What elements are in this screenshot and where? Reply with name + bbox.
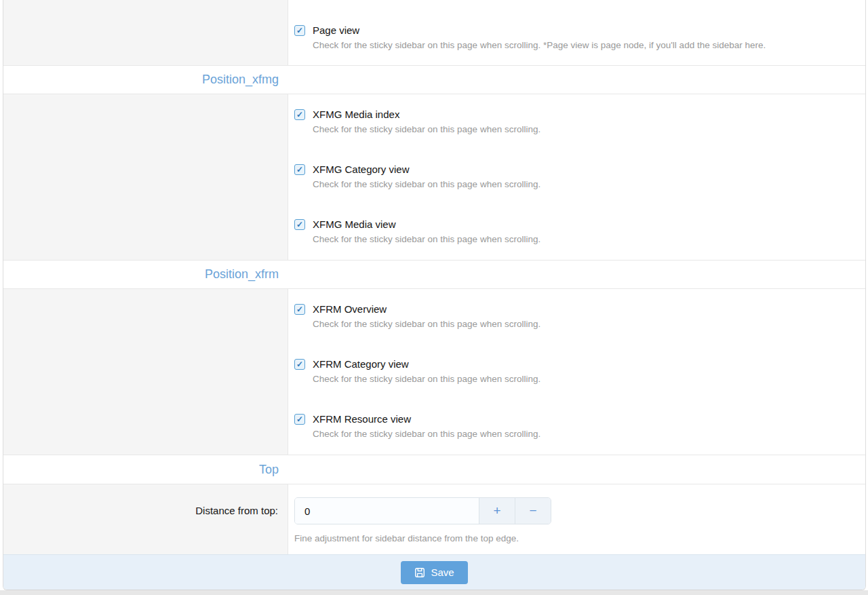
section-header-label: Position_xfrm: [3, 267, 288, 282]
check-icon: ✓: [296, 165, 303, 174]
number-input-group: + −: [294, 497, 551, 524]
options-form: ✓ Page view Check for the sticky sidebar…: [3, 0, 866, 590]
option-description: Check for the sticky sidebar on this pag…: [313, 233, 540, 246]
option-description: Check for the sticky sidebar on this pag…: [313, 318, 540, 330]
content-cell: + − Fine adjustment for sidebar distance…: [288, 484, 865, 554]
content-cell: ✓ Page view Check for the sticky sidebar…: [288, 0, 865, 65]
option-description: Check for the sticky sidebar on this pag…: [313, 39, 766, 52]
checkbox-xfrm-resource-view[interactable]: ✓: [294, 414, 305, 425]
check-icon: ✓: [296, 110, 303, 119]
decrement-button[interactable]: −: [515, 498, 551, 524]
form-row-distance-from-top: Distance from top: + − Fine adjustment f…: [3, 484, 865, 554]
form-row-page-view: ✓ Page view Check for the sticky sidebar…: [3, 0, 865, 65]
checkbox-option-xfrm-overview: ✓ XFRM Overview Check for the sticky sid…: [294, 303, 852, 330]
page-background-strip: [0, 590, 868, 595]
checkbox-xfrm-category-view[interactable]: ✓: [294, 359, 305, 370]
section-header-top: Top: [3, 455, 865, 484]
option-description: Check for the sticky sidebar on this pag…: [313, 373, 540, 385]
option-label[interactable]: XFMG Media index: [313, 108, 540, 121]
check-icon: ✓: [296, 360, 303, 369]
form-row-xfmg: ✓ XFMG Media index Check for the sticky …: [3, 94, 865, 260]
label-cell-empty: [3, 94, 288, 260]
check-icon: ✓: [296, 220, 303, 229]
check-icon: ✓: [296, 415, 303, 424]
distance-from-top-label: Distance from top:: [3, 484, 288, 554]
checkbox-xfrm-overview[interactable]: ✓: [294, 304, 305, 315]
checkbox-option-page-view: ✓ Page view Check for the sticky sidebar…: [294, 24, 852, 52]
content-cell: ✓ XFRM Overview Check for the sticky sid…: [288, 289, 865, 455]
option-description: Check for the sticky sidebar on this pag…: [313, 428, 540, 440]
check-icon: ✓: [296, 26, 303, 35]
section-header-label: Position_xfmg: [3, 73, 288, 87]
checkbox-xfmg-media-view[interactable]: ✓: [294, 219, 305, 230]
option-label[interactable]: XFRM Resource view: [313, 412, 540, 426]
save-button-label: Save: [431, 567, 454, 578]
checkbox-xfmg-category-view[interactable]: ✓: [294, 164, 305, 175]
content-cell: ✓ XFMG Media index Check for the sticky …: [288, 94, 865, 260]
checkbox-option-xfmg-media-view: ✓ XFMG Media view Check for the sticky s…: [294, 218, 852, 246]
section-header-label: Top: [3, 463, 288, 477]
option-description: Check for the sticky sidebar on this pag…: [313, 123, 540, 136]
save-button[interactable]: Save: [401, 561, 467, 584]
option-label[interactable]: XFRM Overview: [313, 303, 540, 316]
option-label[interactable]: XFMG Category view: [313, 163, 540, 176]
save-floppy-icon: [414, 567, 425, 578]
increment-button[interactable]: +: [479, 498, 515, 524]
form-footer: Save: [3, 554, 865, 590]
section-header-position-xfmg: Position_xfmg: [3, 65, 865, 94]
option-description: Check for the sticky sidebar on this pag…: [313, 178, 540, 191]
form-row-xfrm: ✓ XFRM Overview Check for the sticky sid…: [3, 288, 865, 455]
distance-from-top-input[interactable]: [295, 498, 479, 524]
option-label[interactable]: XFRM Category view: [313, 358, 540, 371]
checkbox-page-view[interactable]: ✓: [294, 25, 305, 36]
check-icon: ✓: [296, 305, 303, 314]
label-cell-empty: [3, 0, 288, 65]
checkbox-option-xfrm-category-view: ✓ XFRM Category view Check for the stick…: [294, 358, 852, 385]
checkbox-option-xfmg-category-view: ✓ XFMG Category view Check for the stick…: [294, 163, 852, 191]
checkbox-option-xfrm-resource-view: ✓ XFRM Resource view Check for the stick…: [294, 412, 852, 440]
distance-from-top-hint: Fine adjustment for sidebar distance fro…: [294, 533, 852, 543]
section-header-position-xfrm: Position_xfrm: [3, 260, 865, 288]
checkbox-xfmg-media-index[interactable]: ✓: [294, 109, 305, 120]
option-label[interactable]: Page view: [313, 24, 766, 37]
label-cell-empty: [3, 289, 288, 455]
checkbox-option-xfmg-media-index: ✓ XFMG Media index Check for the sticky …: [294, 108, 852, 136]
option-label[interactable]: XFMG Media view: [313, 218, 540, 231]
